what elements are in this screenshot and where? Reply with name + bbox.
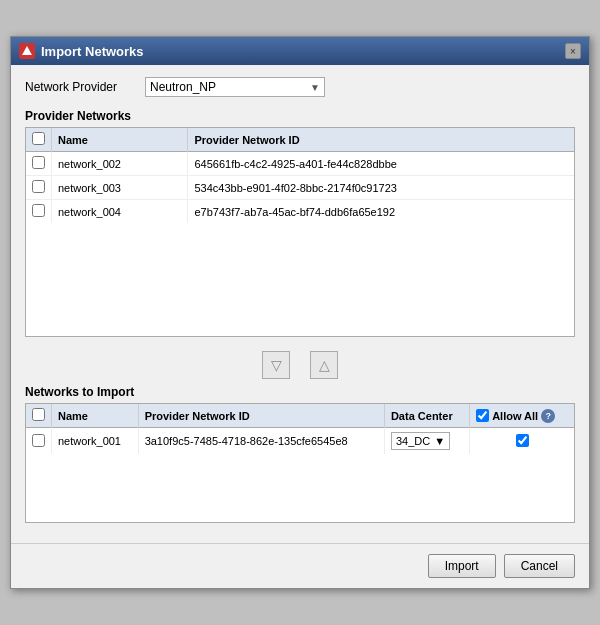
import-network-row: network_001 3a10f9c5-7485-4718-862e-135c… bbox=[26, 428, 574, 455]
import-header-allow-all: Allow All ? bbox=[470, 404, 574, 428]
row-checkbox-cell bbox=[26, 176, 52, 200]
import-networks-table: Name Provider Network ID Data Center All… bbox=[26, 404, 574, 454]
import-header-dc: Data Center bbox=[384, 404, 469, 428]
network-provider-dropdown[interactable]: Neutron_NP ▼ bbox=[145, 77, 325, 97]
cancel-button[interactable]: Cancel bbox=[504, 554, 575, 578]
title-bar: Import Networks × bbox=[11, 37, 589, 65]
footer-row: Import Cancel bbox=[11, 543, 589, 588]
import-row-checkbox-cell bbox=[26, 428, 52, 455]
row-network-id: e7b743f7-ab7a-45ac-bf74-ddb6fa65e192 bbox=[188, 200, 574, 224]
dropdown-arrow-icon: ▼ bbox=[310, 82, 320, 93]
dialog-body: Network Provider Neutron_NP ▼ Provider N… bbox=[11, 65, 589, 543]
row-name: network_004 bbox=[52, 200, 188, 224]
provider-networks-body: network_002 645661fb-c4c2-4925-a401-fe44… bbox=[26, 152, 574, 224]
provider-network-row: network_004 e7b743f7-ab7a-45ac-bf74-ddb6… bbox=[26, 200, 574, 224]
move-up-button[interactable]: △ bbox=[310, 351, 338, 379]
row-name: network_003 bbox=[52, 176, 188, 200]
row-checkbox[interactable] bbox=[32, 156, 45, 169]
provider-networks-table-container: Name Provider Network ID network_002 645… bbox=[25, 127, 575, 337]
import-networks-body: network_001 3a10f9c5-7485-4718-862e-135c… bbox=[26, 428, 574, 455]
import-row-network-id: 3a10f9c5-7485-4718-862e-135cfe6545e8 bbox=[138, 428, 384, 455]
dc-value: 34_DC bbox=[396, 435, 430, 447]
import-row-allow bbox=[470, 428, 574, 455]
row-checkbox-cell bbox=[26, 152, 52, 176]
network-provider-value: Neutron_NP bbox=[150, 80, 216, 94]
import-header-checkbox-cell bbox=[26, 404, 52, 428]
provider-header-name: Name bbox=[52, 128, 188, 152]
provider-networks-title: Provider Networks bbox=[25, 109, 575, 123]
networks-to-import-title: Networks to Import bbox=[25, 385, 575, 399]
title-bar-left: Import Networks bbox=[19, 43, 144, 59]
provider-header-checkbox-cell bbox=[26, 128, 52, 152]
dialog-icon bbox=[19, 43, 35, 59]
svg-marker-0 bbox=[22, 46, 32, 55]
allow-all-info-icon: ? bbox=[541, 409, 555, 423]
up-arrow-icon: △ bbox=[319, 357, 330, 373]
import-header-name: Name bbox=[52, 404, 139, 428]
import-row-name: network_001 bbox=[52, 428, 139, 455]
move-down-button[interactable]: ▽ bbox=[262, 351, 290, 379]
network-provider-row: Network Provider Neutron_NP ▼ bbox=[25, 77, 575, 97]
import-networks-dialog: Import Networks × Network Provider Neutr… bbox=[10, 36, 590, 589]
import-header-row: Name Provider Network ID Data Center All… bbox=[26, 404, 574, 428]
down-arrow-icon: ▽ bbox=[271, 357, 282, 373]
dc-dropdown[interactable]: 34_DC ▼ bbox=[391, 432, 450, 450]
import-button[interactable]: Import bbox=[428, 554, 496, 578]
dialog-title: Import Networks bbox=[41, 44, 144, 59]
close-button[interactable]: × bbox=[565, 43, 581, 59]
provider-select-all-checkbox[interactable] bbox=[32, 132, 45, 145]
network-provider-label: Network Provider bbox=[25, 80, 135, 94]
provider-network-row: network_002 645661fb-c4c2-4925-a401-fe44… bbox=[26, 152, 574, 176]
import-networks-table-container: Name Provider Network ID Data Center All… bbox=[25, 403, 575, 523]
row-name: network_002 bbox=[52, 152, 188, 176]
allow-all-label: Allow All bbox=[492, 410, 538, 422]
import-row-checkbox[interactable] bbox=[32, 434, 45, 447]
row-network-id: 645661fb-c4c2-4925-a401-fe44c828dbbe bbox=[188, 152, 574, 176]
import-select-all-checkbox[interactable] bbox=[32, 408, 45, 421]
row-checkbox[interactable] bbox=[32, 180, 45, 193]
provider-networks-table: Name Provider Network ID network_002 645… bbox=[26, 128, 574, 223]
row-checkbox-cell bbox=[26, 200, 52, 224]
dc-dropdown-arrow-icon: ▼ bbox=[434, 435, 445, 447]
allow-all-header-checkbox[interactable] bbox=[476, 409, 489, 422]
import-header-network-id: Provider Network ID bbox=[138, 404, 384, 428]
arrows-row: ▽ △ bbox=[25, 345, 575, 385]
row-network-id: 534c43bb-e901-4f02-8bbc-2174f0c91723 bbox=[188, 176, 574, 200]
provider-networks-header-row: Name Provider Network ID bbox=[26, 128, 574, 152]
row-checkbox[interactable] bbox=[32, 204, 45, 217]
allow-checkbox[interactable] bbox=[516, 434, 529, 447]
import-row-dc: 34_DC ▼ bbox=[384, 428, 469, 455]
provider-header-network-id: Provider Network ID bbox=[188, 128, 574, 152]
provider-network-row: network_003 534c43bb-e901-4f02-8bbc-2174… bbox=[26, 176, 574, 200]
